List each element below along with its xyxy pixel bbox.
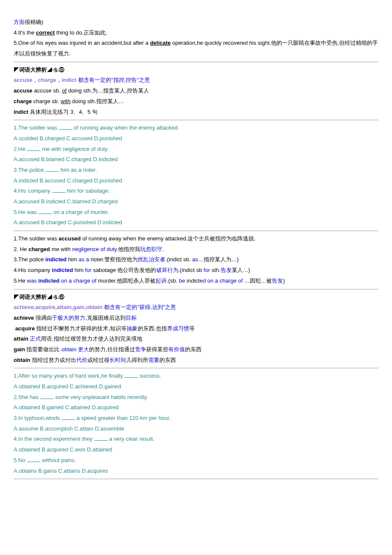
s5-q1: 1.The soldier was of running away when t… [14,123,378,133]
s6-def-attain: attain 正式用语,指经过艰苦努力才使人达到完美境地 [14,334,378,344]
blank [94,440,108,441]
s6-q5: 5.No without pains. [14,455,378,466]
blank [40,399,54,399]
s5-def-charge: charge charge sb. with doing sth.指控某人… [14,96,378,107]
blank [124,377,138,378]
s5-a3: 3.The police indicted him as a rioter.警察… [14,254,378,265]
s5-q4-choices: A.accused B.indicted C.blamed D.charged [14,197,378,207]
blank [27,462,40,462]
section-6-title: achieve,acquire,attain,gain,obtain 都含有一定… [14,302,378,313]
blank [61,419,75,420]
section-6-heading: ◤词语大辨析◢-§.⑥ [14,292,378,303]
s5-q3-choices: A.indicted B.accused C.charged D.punishe… [14,176,378,186]
s5-q2-choices: A.accused B.blamed C.charged D.indicted [14,154,378,165]
section-5-heading: ◤词语大辨析◢-§.⑤ [14,65,378,75]
s6-q5-choices: A.obtains B.gains C.attains D.acquires [14,466,378,477]
s6-q3: 3.In typhoon,winds a speed greater than … [14,413,378,424]
s5-def-indict: indict 具体用法见练习 3、4、5 句 [14,107,378,118]
s6-def-achieve: achieve 强调由于极大的努力,克服困难后达到目标 [14,313,378,324]
divider [14,368,378,368]
s5-a1: 1.The soldier was accused of running awa… [14,234,378,244]
s6-q1-choices: A.obtained B.acquired C.achieved D.gaine… [14,382,378,392]
s5-a5: 5.He was indicted on a charge of murder.… [14,276,378,286]
s6-q4-choices: A.obtained B.acquired C.won D.attained [14,445,378,455]
blank [27,150,40,151]
s5-a4: 4.His company indicted him for sabotage … [14,265,378,276]
s5-q3: 3.The police him as a rioter. [14,165,378,176]
divider [14,231,378,231]
intro-line-3: 5.One of his eyes was injured in an acci… [14,38,378,59]
s5-q5: 5.He was on a charge of murder. [14,207,378,218]
s6-q3-choices: A.assume B.accomplish C.attain D.assembl… [14,424,378,434]
s5-q4: 4.His company him for sabotage. [14,186,378,197]
divider [14,289,378,289]
s6-q2-choices: A.obtained B.gained C.attained D.acquire… [14,402,378,413]
divider [14,479,378,479]
s6-q2: 2.She has some very unpleasant habits re… [14,392,378,403]
blank [52,192,66,193]
s5-q1-choices: A.scolded B.charged C.accused D.punished [14,133,378,144]
divider [14,62,378,62]
s5-q2: 2.He me with negligence of duty. [14,144,378,155]
s6-def-obtain: obtain 指经过努力或付出代价或经过很长时间儿得到所需要的东西 [14,355,378,366]
intro-line-1: 方面很精确) [14,17,378,28]
s5-def-accuse: accuse accuse sb. of doing sth.为…指责某人,控告… [14,86,378,96]
blank [59,129,72,130]
s6-def-gain: gain 指需要做出比 obtain 更大的努力,往往指通过竞争获得某些有价值的… [14,344,378,355]
divider [14,120,378,120]
s5-q5-choices: A.accused B.charged C.punished D.indicte… [14,217,378,228]
blank [38,214,52,214]
s6-q4: 4.In the second experiment they a very c… [14,434,378,445]
blank [45,171,59,172]
section-5-title: accuse，charge，indict 都含有一定的"指控,控告"之意 [14,75,378,86]
s6-q1: 1.After so many years of hard work,he fi… [14,371,378,382]
s6-def-acquire: acquire 指经过不懈努力才获得的技术,知识等抽象的东西,也指养成习惯等 [14,324,378,334]
s5-a2: 2. He charged me with negligence of duty… [14,244,378,255]
intro-line-2: 4.It's the correct thing to do.正应如此. [14,28,378,38]
